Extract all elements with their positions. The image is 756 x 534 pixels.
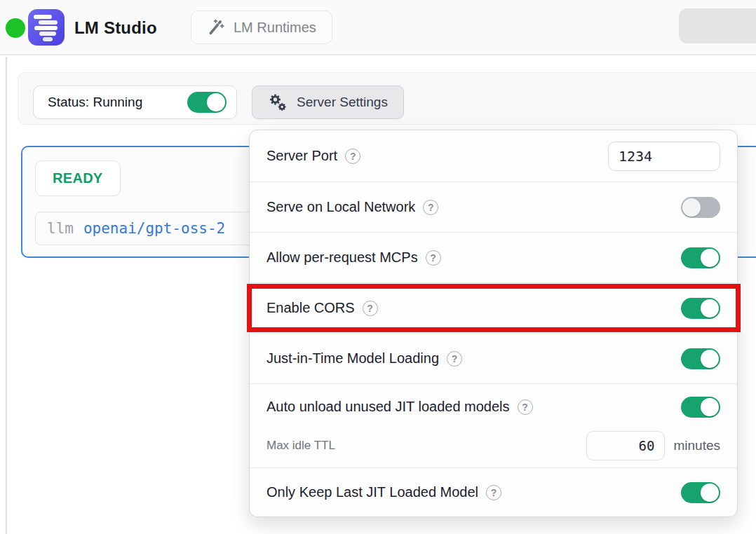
server-settings-button[interactable]: Server Settings — [252, 85, 404, 119]
setting-row-enable-cors: Enable CORS ? — [250, 282, 737, 333]
jit-loading-toggle[interactable] — [681, 348, 720, 369]
server-settings-popover: Server Port ? Serve on Local Network ? A… — [249, 130, 738, 517]
magic-wand-icon — [207, 18, 225, 36]
max-idle-ttl-label: Max idle TTL — [266, 439, 335, 453]
help-icon[interactable]: ? — [518, 399, 533, 415]
header-right-button[interactable] — [679, 8, 756, 43]
lm-studio-logo-icon — [28, 9, 65, 46]
per-request-mcps-label: Allow per-request MCPs — [266, 249, 418, 266]
local-network-label: Serve on Local Network — [266, 199, 415, 215]
setting-row-per-request-mcps: Allow per-request MCPs ? — [250, 232, 737, 282]
server-port-input[interactable] — [608, 142, 720, 171]
auto-unload-toggle[interactable] — [681, 397, 720, 418]
help-icon[interactable]: ? — [363, 301, 378, 316]
max-idle-ttl-input[interactable] — [586, 431, 665, 460]
lm-runtimes-label: LM Runtimes — [234, 20, 316, 36]
help-icon[interactable]: ? — [447, 351, 462, 367]
only-keep-last-label: Only Keep Last JIT Loaded Model — [266, 484, 478, 500]
local-network-toggle[interactable] — [681, 197, 720, 218]
app-title: LM Studio — [74, 0, 157, 55]
enable-cors-label: Enable CORS — [266, 300, 355, 316]
server-status-control: Status: Running — [33, 85, 237, 119]
ready-status-badge: READY — [35, 160, 121, 196]
jit-loading-label: Just-in-Time Model Loading — [266, 350, 439, 367]
setting-row-only-keep-last: Only Keep Last JIT Loaded Model ? — [250, 467, 737, 516]
gears-icon — [268, 93, 288, 112]
help-icon[interactable]: ? — [486, 485, 501, 500]
model-identifier: openai/gpt-oss-2 — [83, 220, 225, 237]
help-icon[interactable]: ? — [426, 250, 441, 266]
help-icon[interactable]: ? — [345, 149, 360, 164]
setting-row-local-network: Serve on Local Network ? — [250, 182, 737, 232]
enable-cors-toggle[interactable] — [681, 298, 720, 319]
traffic-light-green-icon[interactable] — [6, 18, 25, 38]
help-icon[interactable]: ? — [423, 200, 438, 215]
only-keep-last-toggle[interactable] — [681, 482, 720, 503]
setting-row-jit-loading: Just-in-Time Model Loading ? — [250, 333, 737, 383]
header: LM Studio LM Runtimes — [0, 0, 756, 55]
server-toolbar: Status: Running — [18, 72, 756, 125]
setting-row-server-port: Server Port ? — [250, 130, 737, 182]
panel-left-border — [6, 57, 7, 534]
auto-unload-label: Auto unload unused JIT loaded models — [266, 399, 510, 415]
server-status-label: Status: Running — [48, 95, 187, 110]
code-prefix: llm — [47, 220, 74, 237]
lm-runtimes-button[interactable]: LM Runtimes — [191, 11, 332, 44]
setting-row-auto-unload: Auto unload unused JIT loaded models ? M… — [250, 383, 737, 467]
main-content: Status: Running — [0, 57, 756, 534]
server-port-label: Server Port — [266, 148, 337, 164]
server-settings-label: Server Settings — [297, 95, 388, 110]
per-request-mcps-toggle[interactable] — [681, 247, 720, 268]
server-status-toggle[interactable] — [187, 92, 227, 113]
minutes-unit-label: minutes — [673, 438, 720, 453]
